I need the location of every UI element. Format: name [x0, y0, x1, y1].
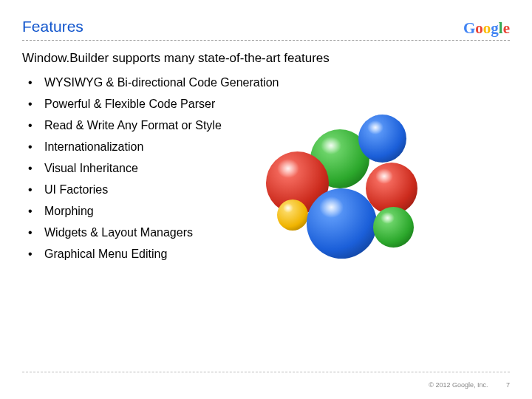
footer-divider — [22, 372, 510, 372]
list-item: Visual Inheritance — [28, 162, 510, 175]
list-item: Graphical Menu Editing — [28, 248, 510, 261]
logo-letter: G — [463, 19, 475, 37]
feature-list: WYSIWYG & Bi-directional Code Generation… — [22, 76, 510, 261]
copyright-text: © 2012 Google, Inc. — [429, 381, 488, 389]
google-logo: Google — [463, 19, 510, 38]
title-divider — [22, 40, 510, 41]
page-title: Features — [22, 18, 510, 35]
list-item: Powerful & Flexible Code Parser — [28, 98, 510, 111]
logo-letter: g — [491, 19, 499, 37]
subtitle: Window.Builder supports many state-of-th… — [22, 51, 510, 66]
list-item: Internationalization — [28, 140, 510, 154]
list-item: Read & Write Any Format or Style — [28, 119, 510, 132]
page-number: 7 — [506, 381, 510, 389]
list-item: WYSIWYG & Bi-directional Code Generation — [28, 76, 510, 89]
list-item: Widgets & Layout Managers — [28, 226, 510, 239]
logo-letter: o — [483, 19, 491, 37]
list-item: UI Factories — [28, 183, 510, 197]
slide: Google Features Window.Builder supports … — [0, 0, 532, 399]
logo-letter: o — [475, 19, 483, 37]
logo-letter: e — [503, 19, 510, 37]
list-item: Morphing — [28, 205, 510, 218]
footer: © 2012 Google, Inc. 7 — [429, 381, 510, 389]
